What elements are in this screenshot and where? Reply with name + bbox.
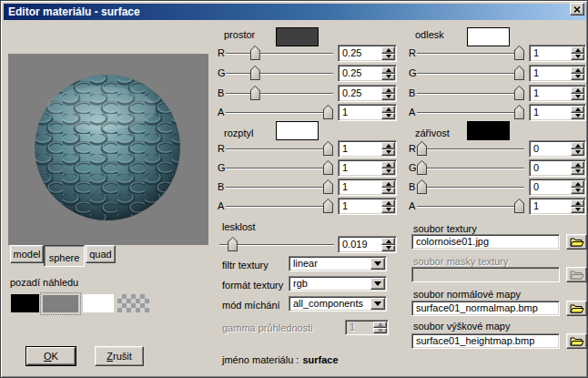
spin-down-button[interactable]	[381, 54, 395, 61]
slider-thumb[interactable]	[323, 141, 333, 156]
bg-swatch-gray[interactable]	[43, 295, 78, 312]
spin-down-button[interactable]	[571, 169, 584, 176]
bg-swatch-white[interactable]	[83, 294, 114, 312]
spin-up-button[interactable]	[571, 142, 584, 149]
normalmap-file-field[interactable]: surface01_normalmap.bmp	[411, 301, 560, 316]
spin-down-button[interactable]	[381, 169, 395, 176]
spin-up-button[interactable]	[381, 161, 395, 169]
slider-track[interactable]	[417, 159, 524, 177]
bg-swatch-black[interactable]	[11, 294, 39, 312]
slider-thumb[interactable]	[250, 86, 260, 100]
odlesk-color-swatch[interactable]	[467, 27, 510, 46]
chevron-down-icon[interactable]	[370, 278, 385, 290]
spin-down-button[interactable]	[571, 113, 584, 120]
spin-down-button[interactable]	[381, 207, 395, 214]
slider-thumb[interactable]	[514, 46, 524, 60]
value-field[interactable]: 0	[529, 140, 586, 158]
spin-up-button[interactable]	[571, 180, 584, 188]
slider-track[interactable]	[417, 140, 524, 158]
tab-quad[interactable]: quad	[86, 245, 116, 263]
texture-file-browse-button[interactable]	[566, 234, 587, 250]
slider-thumb[interactable]	[228, 237, 238, 251]
value-field[interactable]: 0.25	[338, 85, 397, 102]
value-field[interactable]: 0.25	[338, 45, 397, 62]
slider-track[interactable]	[226, 45, 333, 62]
spin-down-button[interactable]	[381, 245, 395, 252]
slider-track[interactable]	[417, 198, 524, 215]
spin-down-button[interactable]	[381, 188, 395, 195]
slider-thumb[interactable]	[514, 105, 524, 119]
texture-file-field[interactable]: colornoise01.jpg	[411, 234, 560, 250]
value-field[interactable]: 1	[529, 85, 586, 102]
spin-down-button[interactable]	[381, 94, 395, 101]
slider-track[interactable]	[417, 65, 524, 82]
value-field[interactable]: 0	[529, 179, 586, 196]
spin-up-button[interactable]	[381, 66, 395, 74]
spin-down-button[interactable]	[571, 94, 584, 101]
slider-thumb[interactable]	[417, 179, 427, 194]
spin-down-button[interactable]	[381, 74, 395, 81]
value-field[interactable]: 1	[529, 45, 586, 62]
slider-thumb[interactable]	[323, 179, 333, 194]
spin-up-button[interactable]	[571, 87, 584, 94]
value-field[interactable]: 1	[529, 104, 586, 121]
slider-track[interactable]	[226, 104, 333, 121]
chevron-down-icon[interactable]	[370, 258, 385, 270]
tab-model[interactable]: model	[10, 245, 44, 263]
spin-down-button[interactable]	[571, 54, 584, 61]
ok-button[interactable]: OK	[25, 346, 76, 366]
slider-thumb[interactable]	[417, 141, 427, 156]
texture-filter-select[interactable]: linear	[289, 256, 387, 271]
spin-up-button[interactable]	[381, 46, 395, 54]
slider-track[interactable]	[226, 159, 333, 177]
rozptyl-color-swatch[interactable]	[276, 121, 319, 140]
slider-track[interactable]	[226, 179, 333, 196]
spin-down-button[interactable]	[571, 207, 584, 214]
slider-track[interactable]	[417, 179, 524, 196]
value-field[interactable]: 0.019	[338, 236, 397, 253]
slider-track[interactable]	[219, 236, 334, 253]
slider-thumb[interactable]	[323, 160, 333, 175]
spin-up-button[interactable]	[571, 66, 584, 74]
spin-up-button[interactable]	[381, 106, 395, 113]
value-field[interactable]: 1	[338, 198, 397, 215]
close-button[interactable]	[570, 3, 584, 15]
slider-thumb[interactable]	[514, 86, 524, 100]
slider-track[interactable]	[226, 140, 333, 158]
value-field[interactable]: 0.25	[338, 65, 397, 82]
zarivost-color-swatch[interactable]	[467, 121, 510, 140]
spin-up-button[interactable]	[571, 161, 584, 169]
cancel-button[interactable]: Zrušit	[95, 346, 144, 366]
spin-up-button[interactable]	[571, 199, 584, 207]
texture-format-select[interactable]: rgb	[289, 276, 387, 291]
slider-thumb[interactable]	[323, 199, 333, 213]
spin-down-button[interactable]	[381, 113, 395, 120]
slider-track[interactable]	[226, 198, 333, 215]
slider-track[interactable]	[226, 65, 333, 82]
spin-up-button[interactable]	[381, 199, 395, 207]
spin-down-button[interactable]	[381, 149, 395, 157]
slider-thumb[interactable]	[417, 160, 427, 175]
value-field[interactable]: 1	[338, 179, 397, 196]
spin-up-button[interactable]	[381, 142, 395, 149]
slider-thumb[interactable]	[323, 105, 333, 119]
slider-track[interactable]	[226, 85, 333, 102]
value-field[interactable]: 1	[338, 159, 397, 177]
slider-track[interactable]	[417, 45, 524, 62]
normalmap-file-browse-button[interactable]	[566, 301, 587, 316]
value-field[interactable]: 1	[529, 198, 586, 215]
value-field[interactable]: 1	[529, 65, 586, 82]
spin-down-button[interactable]	[571, 74, 584, 81]
value-field[interactable]: 1	[338, 104, 397, 121]
spin-up-button[interactable]	[381, 87, 395, 94]
blend-mode-select[interactable]: all_components	[289, 296, 387, 312]
spin-up-button[interactable]	[381, 180, 395, 188]
tab-sphere[interactable]: sphere	[44, 245, 85, 267]
spin-up-button[interactable]	[381, 238, 395, 245]
chevron-down-icon[interactable]	[370, 298, 385, 310]
heightmap-file-browse-button[interactable]	[566, 333, 587, 349]
slider-thumb[interactable]	[250, 46, 260, 60]
spin-down-button[interactable]	[571, 188, 584, 195]
value-field[interactable]: 1	[338, 140, 397, 158]
slider-track[interactable]	[417, 85, 524, 102]
